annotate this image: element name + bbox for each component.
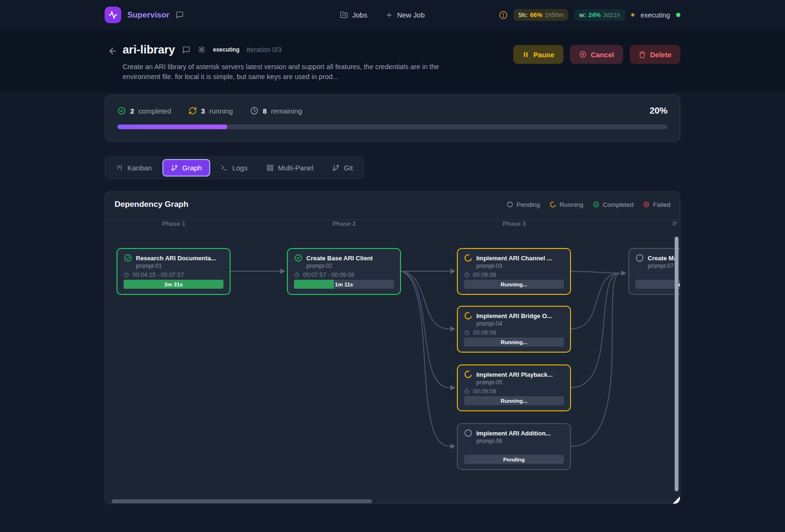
graph-node-prompt-07[interactable]: Create Ma prompt-07 Pending	[628, 248, 680, 295]
node-time: 00:09:08	[473, 272, 496, 278]
git-branch-icon	[332, 164, 339, 171]
connection-dot	[676, 13, 680, 17]
graph-node-prompt-05[interactable]: Implement ARI Playback... prompt-05 00:0…	[457, 364, 571, 411]
terminal-icon	[221, 164, 228, 171]
alert-circle-icon	[499, 11, 508, 19]
node-status-bar: Running...	[464, 337, 564, 346]
graph-node-prompt-04[interactable]: Implement ARI Bridge O... prompt-04 00:0…	[457, 306, 571, 353]
completed-label: completed	[138, 107, 171, 115]
tab-kanban-label: Kanban	[127, 164, 152, 172]
vertical-scrollbar[interactable]	[675, 237, 678, 491]
job-description: Create an ARI library of asterisk server…	[123, 62, 441, 81]
node-status-label: Running...	[500, 398, 527, 404]
node-status-label: 3m 31s	[164, 282, 183, 287]
hourly-usage-badge: 5h: 66% 1h50m	[514, 9, 568, 21]
gear-icon[interactable]	[197, 45, 206, 54]
node-title: Implement ARI Channel ...	[476, 255, 552, 262]
tab-multi-panel[interactable]: Multi-Panel	[258, 159, 322, 177]
loader-arc-icon	[464, 254, 473, 262]
plus-icon	[385, 11, 393, 19]
node-id: prompt-04	[476, 320, 564, 327]
node-time: 00:09:08	[473, 329, 496, 336]
cancel-button[interactable]: Cancel	[570, 45, 623, 64]
iteration-label: Iteration 0/3	[247, 46, 282, 53]
node-time: 00:09:08	[473, 388, 496, 395]
graph-node-prompt-03[interactable]: Implement ARI Channel ... prompt-03 00:0…	[457, 248, 571, 295]
progress-bar-fill	[117, 124, 227, 129]
node-title: Implement ARI Playback...	[476, 371, 553, 378]
folder-kanban-icon	[340, 11, 348, 19]
node-status-bar: Pending	[635, 280, 680, 289]
tab-kanban[interactable]: Kanban	[107, 159, 161, 177]
node-status-label: Pending	[503, 457, 525, 462]
node-id: prompt-06	[476, 438, 564, 444]
node-title: Implement ARI Addition...	[476, 430, 551, 437]
clock-icon	[294, 272, 300, 278]
tab-logs-label: Logs	[232, 164, 248, 172]
chat-bubble-icon[interactable]	[182, 46, 190, 54]
circle-icon	[464, 429, 473, 437]
job-header: ari-library executing Iteration 0/3 Crea…	[0, 30, 785, 92]
cancel-label: Cancel	[591, 51, 614, 59]
node-status-bar: 3m 31s	[124, 280, 223, 289]
remaining-stat: 8 remaining	[250, 106, 302, 115]
graph-node-prompt-02[interactable]: Create Base ARI Client prompt-02 00:07:5…	[287, 248, 401, 295]
clock-icon	[464, 272, 470, 278]
executing-status-dot	[631, 13, 634, 17]
node-status-label: Running...	[500, 339, 527, 345]
graph-node-prompt-01[interactable]: Research ARI Documenta... prompt-01 00:0…	[116, 248, 231, 295]
layout-grid-icon	[267, 164, 274, 171]
back-button[interactable]	[105, 43, 121, 59]
nav-new-job-label: New Job	[397, 11, 425, 19]
activity-icon	[108, 10, 117, 19]
view-tabbar: Kanban Graph Logs Multi-Panel	[105, 156, 364, 179]
running-label: running	[209, 107, 233, 115]
tab-graph[interactable]: Graph	[162, 159, 211, 177]
top-nav: Supervisor Jobs New Job	[0, 0, 785, 30]
resize-corner[interactable]	[673, 497, 680, 504]
horizontal-scrollbar[interactable]	[112, 499, 372, 503]
nav-new-job[interactable]: New Job	[385, 11, 425, 19]
trash-icon	[639, 51, 646, 58]
phase-1-label: Phase 1	[162, 220, 185, 227]
loader-arc-icon	[464, 311, 473, 320]
hourly-percent: 66%	[530, 11, 543, 18]
brand-name: Supervisor	[127, 10, 169, 20]
node-status-bar: 1m 11s	[294, 280, 394, 289]
node-id: prompt-01	[136, 263, 223, 269]
completed-stat: 2 completed	[117, 106, 171, 115]
nav-jobs[interactable]: Jobs	[340, 11, 367, 19]
remaining-label: remaining	[271, 107, 302, 115]
progress-percent: 20%	[650, 106, 668, 116]
clock-icon	[464, 389, 470, 394]
git-branch-icon	[171, 164, 178, 171]
progress-summary-card: 2 completed 3 running 8 remaining	[105, 95, 680, 142]
remaining-count: 8	[263, 107, 267, 115]
node-time: 00:04:25 - 00:07:57	[133, 272, 184, 278]
clock-icon	[250, 106, 259, 115]
tab-git-label: Git	[344, 164, 353, 172]
tab-graph-label: Graph	[182, 164, 202, 172]
circle-dot-icon	[579, 51, 587, 58]
tab-git[interactable]: Git	[324, 159, 361, 177]
dependency-edges	[105, 192, 680, 504]
node-id: prompt-03	[476, 263, 564, 269]
nav-status-label: executing	[641, 11, 670, 19]
node-time: 00:07:57 - 00:09:08	[303, 272, 354, 278]
check-circle-icon	[294, 254, 303, 262]
dependency-graph-panel: Dependency Graph Pending Running	[105, 191, 680, 504]
weekly-usage-badge: w: 24% 3d21h	[574, 9, 625, 21]
node-status-bar: Running...	[464, 396, 564, 405]
weekly-percent: 24%	[589, 11, 601, 18]
graph-node-prompt-06[interactable]: Implement ARI Addition... prompt-06 Pend…	[457, 423, 571, 470]
app-logo[interactable]	[105, 7, 121, 23]
node-title: Create Base ARI Client	[306, 255, 373, 262]
chat-bubble-icon[interactable]	[176, 11, 184, 19]
pause-button[interactable]: Pause	[513, 45, 563, 64]
phase-header-divider	[105, 220, 680, 220]
node-title: Implement ARI Bridge O...	[476, 312, 552, 319]
tab-logs[interactable]: Logs	[212, 159, 256, 177]
status-badge: executing	[213, 46, 240, 53]
node-status-label: Running...	[500, 282, 527, 287]
delete-button[interactable]: Delete	[630, 45, 680, 64]
